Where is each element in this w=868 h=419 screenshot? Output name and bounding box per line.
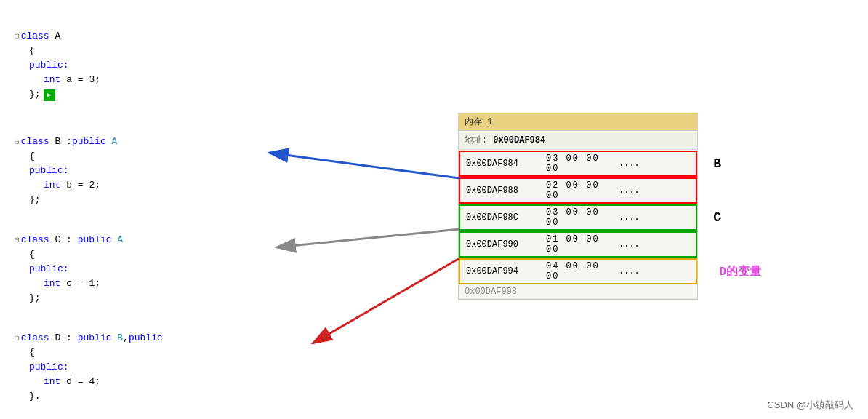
public-label-a: public: <box>29 58 69 73</box>
collapse-c[interactable]: ⊟ <box>15 233 20 247</box>
address-value: 0x00DAF984 <box>493 135 545 145</box>
mem-bytes-3: 03 00 00 00 <box>546 207 619 228</box>
brace-b-close: }; <box>29 193 41 207</box>
mem-addr-5: 0x00DAF994 <box>466 266 546 276</box>
memory-row-3: 0x00DAF98C 03 00 00 00 .... C <box>459 204 697 231</box>
class-name-c: C <box>55 233 60 247</box>
class-d-brace-close: }. <box>15 389 163 404</box>
memory-row-2: 0x00DAF988 02 00 00 00 .... <box>459 177 697 204</box>
var-c: c = 1; <box>66 276 100 291</box>
public-d: public <box>78 331 112 346</box>
memory-title: 内存 1 <box>465 117 492 127</box>
public-label-b: public: <box>29 164 69 178</box>
brace-a-close: }; <box>29 87 41 102</box>
class-name-d: D <box>55 331 60 346</box>
breakpoint-a: ▶ <box>44 87 55 102</box>
class-d-public: public: <box>15 360 163 375</box>
var-d: d = 4; <box>66 375 100 389</box>
public-b: public <box>72 135 106 149</box>
label-B: B <box>713 156 721 171</box>
class-name-b: B <box>55 135 60 149</box>
class-b-brace-close: }; <box>15 193 117 207</box>
brace-b-open: { <box>29 149 35 164</box>
mem-bytes-2: 02 00 00 00 <box>546 180 619 201</box>
inherit-b: A <box>112 135 118 149</box>
int-keyword-b: int <box>44 178 60 193</box>
mem-chars-3: .... <box>619 212 640 223</box>
mem-bytes-1: 03 00 00 00 <box>546 153 619 174</box>
code-area: ⊟ class A { public: int a = 3; }; ▶ ⊟ cl… <box>0 0 451 419</box>
mem-bytes-4: 01 00 00 00 <box>546 234 619 255</box>
mem-addr-3: 0x00DAF98C <box>466 212 546 223</box>
class-d-block: ⊟ class D : public B,public { public: in… <box>15 331 163 404</box>
var-b: b = 2; <box>66 178 100 193</box>
mem-chars-5: .... <box>619 266 640 276</box>
class-c-brace-open: { <box>15 247 123 262</box>
collapse-b[interactable]: ⊟ <box>15 135 20 149</box>
inherit-d1: B <box>117 331 123 346</box>
class-a-brace-open: { <box>15 44 100 58</box>
mem-addr-1: 0x00DAF984 <box>466 159 546 169</box>
int-keyword-d: int <box>44 375 60 389</box>
mem-chars-1: .... <box>619 159 640 169</box>
watermark-text: CSDN @小镇敲码人 <box>767 399 853 410</box>
var-a: a = 3; <box>66 73 100 87</box>
label-C: C <box>713 210 721 225</box>
class-c-block: ⊟ class C : public A { public: int c = 1… <box>15 233 123 306</box>
class-a-member: int a = 3; <box>15 73 100 87</box>
public-label-c: public: <box>29 262 69 276</box>
memory-row-1: 0x00DAF984 03 00 00 00 .... B <box>459 151 697 177</box>
breakpoint-icon-a: ▶ <box>44 89 55 101</box>
class-b-block: ⊟ class B :public A { public: int b = 2;… <box>15 135 117 207</box>
memory-row-4: 0x00DAF990 01 00 00 00 .... <box>459 231 697 258</box>
class-keyword-c: class <box>21 233 49 247</box>
class-d-header: ⊟ class D : public B,public <box>15 331 163 346</box>
memory-address-row: 地址: 0x00DAF984 <box>459 131 697 150</box>
collapse-a[interactable]: ⊟ <box>15 29 20 44</box>
public-c: public <box>78 233 112 247</box>
collapse-d[interactable]: ⊟ <box>15 331 20 346</box>
class-a-block: ⊟ class A { public: int a = 3; }; ▶ <box>15 29 100 102</box>
int-keyword-a: int <box>44 73 60 87</box>
brace-d-open: { <box>29 346 35 360</box>
brace-c-close: }; <box>29 291 41 306</box>
mem-addr-2: 0x00DAF988 <box>466 185 546 196</box>
class-b-public: public: <box>15 164 117 178</box>
mem-bytes-5: 04 00 00 00 <box>546 261 619 282</box>
class-keyword-a: class <box>21 29 49 44</box>
class-d-member: int d = 4; <box>15 375 163 389</box>
class-c-header: ⊟ class C : public A <box>15 233 123 247</box>
class-b-header: ⊟ class B :public A <box>15 135 117 149</box>
class-c-member: int c = 1; <box>15 276 123 291</box>
int-keyword-c: int <box>44 276 60 291</box>
label-D: D的变量 <box>719 264 761 279</box>
class-c-public: public: <box>15 262 123 276</box>
class-a-brace-close: }; ▶ <box>15 87 100 102</box>
brace-d-close: }. <box>29 389 41 404</box>
class-keyword-d: class <box>21 331 49 346</box>
public-d2: public <box>129 331 163 346</box>
memory-row-5: 0x00DAF994 04 00 00 00 .... D的变量 <box>459 258 697 284</box>
memory-header: 内存 1 <box>459 113 697 131</box>
class-a-header: ⊟ class A <box>15 29 100 44</box>
brace-a-open: { <box>29 44 35 58</box>
memory-row-6: 0x00DAF998 <box>459 285 697 299</box>
watermark: CSDN @小镇敲码人 <box>767 399 853 412</box>
memory-panel: 内存 1 地址: 0x00DAF984 0x00DAF984 03 00 00 … <box>458 113 698 300</box>
mem-chars-4: .... <box>619 239 640 250</box>
class-c-brace-close: }; <box>15 291 123 306</box>
class-d-brace-open: { <box>15 346 163 360</box>
mem-addr-4: 0x00DAF990 <box>466 239 546 250</box>
class-a-public: public: <box>15 58 100 73</box>
mem-chars-2: .... <box>619 185 640 196</box>
class-name-a: A <box>55 29 60 44</box>
class-b-brace-open: { <box>15 149 117 164</box>
public-label-d: public: <box>29 360 69 375</box>
mem-addr-6: 0x00DAF998 <box>465 287 544 297</box>
address-label: 地址: <box>465 134 487 146</box>
class-b-member: int b = 2; <box>15 178 117 193</box>
class-keyword-b: class <box>21 135 49 149</box>
brace-c-open: { <box>29 247 35 262</box>
inherit-c: A <box>117 233 123 247</box>
